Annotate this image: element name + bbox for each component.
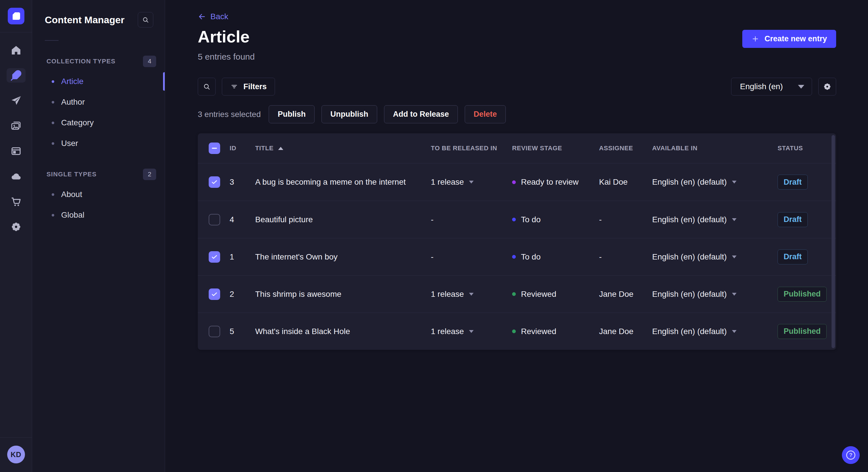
column-header-review-stage[interactable]: REVIEW STAGE — [512, 144, 599, 152]
unpublish-button[interactable]: Unpublish — [321, 105, 377, 123]
sidebar-item-global[interactable]: Global — [32, 205, 165, 225]
row-locale-cell[interactable]: English (en) (default) — [652, 290, 778, 299]
select-all-checkbox[interactable] — [209, 142, 220, 154]
chevron-down-icon — [469, 181, 474, 183]
row-checkbox[interactable] — [209, 214, 220, 225]
sidebar-search-button[interactable] — [138, 12, 153, 28]
header-checkbox-cell — [209, 142, 229, 154]
row-assignee: Jane Doe — [599, 327, 652, 336]
status-badge: Published — [778, 287, 827, 302]
help-button[interactable]: ? — [842, 446, 860, 464]
row-locale-value: English (en) (default) — [652, 290, 727, 299]
sidebar-item-author[interactable]: Author — [32, 92, 165, 112]
table-row[interactable]: 2 This shrimp is awesome 1 release Revie… — [198, 275, 836, 312]
row-checkbox[interactable] — [209, 176, 220, 188]
row-review-stage: Reviewed — [512, 290, 599, 299]
row-checkbox[interactable] — [209, 289, 220, 300]
releases-icon[interactable] — [0, 88, 32, 113]
row-review-stage: Ready to review — [512, 177, 599, 187]
check-icon — [211, 178, 218, 186]
row-release-value: - — [431, 215, 433, 224]
row-locale-cell[interactable]: English (en) (default) — [652, 215, 778, 224]
table-search-button[interactable] — [198, 78, 216, 96]
selection-count: 3 entries selected — [198, 110, 260, 119]
sidebar-item-category[interactable]: Category — [32, 112, 165, 133]
row-release-cell[interactable]: - — [431, 215, 512, 224]
row-locale-cell[interactable]: English (en) (default) — [652, 177, 778, 187]
content-type-builder-icon[interactable] — [0, 138, 32, 164]
row-locale-cell[interactable]: English (en) (default) — [652, 252, 778, 262]
toolbar-right: English (en) — [731, 78, 836, 96]
row-checkbox-cell — [209, 289, 229, 300]
row-release-cell[interactable]: 1 release — [431, 327, 512, 336]
row-locale-value: English (en) (default) — [652, 215, 727, 224]
create-new-entry-label: Create new entry — [764, 34, 827, 43]
home-icon[interactable] — [0, 38, 32, 63]
add-to-release-button[interactable]: Add to Release — [384, 105, 458, 123]
section-count-badge: 2 — [143, 169, 156, 180]
table-scrollbar[interactable] — [832, 135, 835, 348]
view-settings-button[interactable] — [818, 78, 836, 96]
section-items: Article Author Category User — [32, 71, 165, 154]
stage-dot-icon — [512, 255, 516, 259]
row-locale-value: English (en) (default) — [652, 177, 727, 187]
row-stage-value: To do — [521, 215, 541, 224]
deploy-cloud-icon[interactable] — [0, 164, 32, 189]
chevron-down-icon — [732, 256, 737, 258]
row-locale-cell[interactable]: English (en) (default) — [652, 327, 778, 336]
content-manager-icon[interactable] — [0, 63, 32, 88]
user-avatar[interactable]: KD — [7, 446, 25, 463]
settings-gear-icon[interactable] — [0, 214, 32, 239]
strapi-logo[interactable] — [8, 8, 24, 24]
page-title: Article — [198, 28, 250, 46]
status-badge: Published — [778, 324, 827, 339]
row-stage-value: To do — [521, 252, 541, 262]
bullet-icon — [52, 122, 54, 124]
delete-button[interactable]: Delete — [465, 105, 506, 123]
filters-button[interactable]: Filters — [222, 78, 275, 96]
row-status-cell: Published — [778, 324, 825, 339]
row-id: 2 — [229, 290, 255, 299]
locale-select[interactable]: English (en) — [731, 78, 812, 96]
check-icon — [211, 291, 218, 298]
status-badge: Draft — [778, 175, 808, 190]
row-release-cell[interactable]: 1 release — [431, 177, 512, 187]
column-header-status[interactable]: STATUS — [778, 144, 825, 152]
arrow-left-icon — [198, 12, 206, 21]
app-root: KD Content Manager COLLECTION TYPES 4 Ar… — [0, 0, 868, 472]
column-header-title[interactable]: TITLE — [255, 144, 431, 152]
column-header-to-be-released-in[interactable]: TO BE RELEASED IN — [431, 144, 512, 152]
row-checkbox[interactable] — [209, 251, 220, 263]
row-title: What's inside a Black Hole — [255, 327, 431, 336]
publish-button[interactable]: Publish — [269, 105, 315, 123]
row-stage-value: Ready to review — [521, 177, 579, 187]
row-release-cell[interactable]: 1 release — [431, 290, 512, 299]
marketplace-cart-icon[interactable] — [0, 189, 32, 214]
sidebar-item-about[interactable]: About — [32, 184, 165, 205]
table-row[interactable]: 4 Beautiful picture - To do - English (e… — [198, 201, 836, 238]
row-assignee: Jane Doe — [599, 290, 652, 299]
sort-ascending-icon — [278, 147, 283, 150]
table-row[interactable]: 1 The internet's Own boy - To do - Engli… — [198, 238, 836, 275]
sidebar-item-label: Global — [61, 210, 84, 220]
create-new-entry-button[interactable]: Create new entry — [742, 30, 836, 48]
back-link[interactable]: Back — [198, 12, 228, 21]
table-row[interactable]: 5 What's inside a Black Hole 1 release R… — [198, 312, 836, 350]
row-stage-value: Reviewed — [521, 327, 556, 336]
logo-container — [0, 0, 32, 32]
column-header-assignee[interactable]: ASSIGNEE — [599, 144, 652, 152]
sidebar-item-user[interactable]: User — [32, 133, 165, 154]
row-release-cell[interactable]: - — [431, 252, 512, 262]
table-row[interactable]: 3 A bug is becoming a meme on the intern… — [198, 164, 836, 201]
column-header-available-in[interactable]: AVAILABLE IN — [652, 144, 778, 152]
row-review-stage: To do — [512, 252, 599, 262]
sidebar-item-article[interactable]: Article — [32, 71, 165, 92]
nav-rail: KD — [0, 0, 32, 472]
table-body: 3 A bug is becoming a meme on the intern… — [198, 164, 836, 350]
row-title: The internet's Own boy — [255, 252, 431, 262]
filter-icon — [230, 82, 238, 91]
row-checkbox[interactable] — [209, 326, 220, 337]
column-header-id[interactable]: ID — [229, 144, 255, 152]
media-library-icon[interactable] — [0, 113, 32, 138]
row-checkbox-cell — [209, 251, 229, 263]
